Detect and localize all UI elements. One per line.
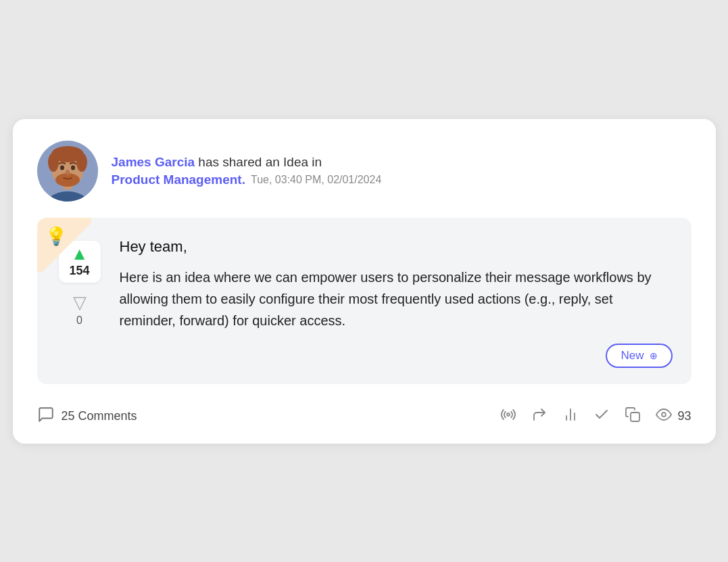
idea-container: 💡 ▲ 154 ▽ 0 Hey team, Here is an idea wh… — [37, 218, 691, 384]
action-text: has shared an Idea in — [195, 155, 322, 169]
svg-point-16 — [662, 413, 666, 417]
chevron-icon: ⊕ — [650, 350, 658, 361]
svg-point-11 — [507, 413, 510, 416]
bulb-icon: 💡 — [45, 226, 67, 247]
down-arrow-icon[interactable]: ▽ — [73, 292, 87, 313]
status-badge[interactable]: New ⊕ — [606, 344, 672, 368]
vote-down-section: ▽ 0 — [73, 292, 87, 327]
comments-count: 25 Comments — [62, 409, 137, 423]
views-section: 93 — [656, 406, 691, 427]
actions-section: 93 — [500, 406, 691, 427]
svg-point-8 — [60, 165, 64, 170]
vote-down-count: 0 — [76, 314, 82, 327]
username: James Garcia — [112, 155, 195, 169]
idea-corner-badge: 💡 — [37, 218, 91, 272]
idea-content: Here is an idea where we can empower use… — [120, 266, 673, 331]
group-name: Product Management. — [112, 172, 245, 187]
status-badge-text: New — [621, 349, 644, 362]
views-count: 93 — [677, 409, 691, 423]
share-icon[interactable] — [531, 406, 548, 427]
post-footer: 25 Comments — [37, 400, 691, 427]
idea-body: ▲ 154 ▽ 0 Hey team, Here is an idea wher… — [56, 234, 673, 368]
header-line1: James Garcia has shared an Idea in — [112, 155, 382, 170]
post-card: James Garcia has shared an Idea in Produ… — [13, 119, 716, 444]
idea-text: Hey team, Here is an idea where we can e… — [120, 234, 673, 368]
podcast-icon[interactable] — [500, 406, 516, 427]
comment-icon — [37, 406, 55, 427]
svg-point-10 — [66, 170, 70, 175]
svg-point-5 — [48, 153, 59, 172]
chart-icon[interactable] — [562, 406, 579, 427]
idea-footer: New ⊕ — [120, 344, 673, 368]
header-text: James Garcia has shared an Idea in Produ… — [112, 155, 382, 187]
avatar — [37, 141, 98, 202]
check-icon[interactable] — [593, 406, 610, 427]
svg-point-9 — [71, 165, 75, 170]
header-line2: Product Management. Tue, 03:40 PM, 02/01… — [112, 172, 382, 187]
copy-icon[interactable] — [625, 406, 641, 427]
idea-greeting: Hey team, — [120, 238, 673, 256]
svg-point-6 — [76, 153, 87, 172]
post-header: James Garcia has shared an Idea in Produ… — [37, 141, 691, 202]
comments-section[interactable]: 25 Comments — [37, 406, 137, 427]
timestamp: Tue, 03:40 PM, 02/01/2024 — [251, 174, 381, 186]
svg-rect-15 — [631, 413, 639, 421]
eye-icon — [656, 406, 672, 427]
